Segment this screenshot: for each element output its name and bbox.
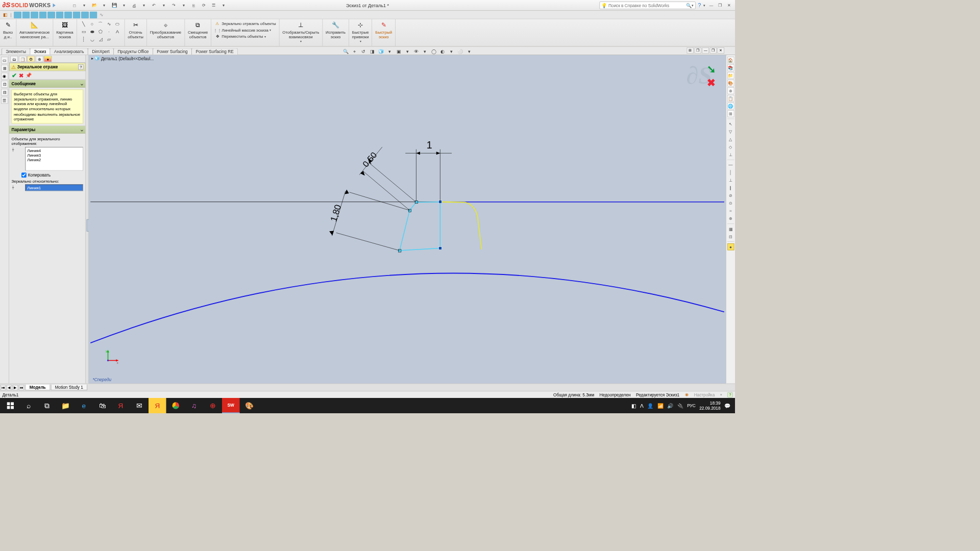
- tab-power-surfacing[interactable]: Power Surfacing: [153, 48, 192, 55]
- left-tool-icon[interactable]: ⊡: [1, 81, 8, 88]
- pm-pushpin-button[interactable]: 📌: [26, 72, 32, 78]
- relation-coincident-icon[interactable]: ⊙: [727, 200, 734, 207]
- filter-icon[interactable]: ◇: [727, 143, 734, 151]
- ribbon-offset[interactable]: ⧉ Смещение объектов: [185, 19, 211, 46]
- feature-boundary-icon[interactable]: [47, 11, 55, 18]
- options-icon[interactable]: ☰: [210, 2, 217, 9]
- pm-copy-checkbox[interactable]: Копировать: [21, 172, 83, 178]
- edge-icon[interactable]: e: [75, 398, 93, 413]
- restore-button[interactable]: ❐: [716, 2, 724, 8]
- snap-icon[interactable]: ⊡: [727, 233, 734, 240]
- ribbon-smart-dimension[interactable]: 📐 Автоматическое нанесение ра...: [16, 19, 53, 46]
- logo-menu-arrow-icon[interactable]: [53, 3, 56, 7]
- action-center-icon[interactable]: 💬: [724, 403, 730, 408]
- fm-tab-render-icon[interactable]: ●: [44, 56, 52, 62]
- task-custom-props-icon[interactable]: 📋: [727, 95, 734, 102]
- pm-help-button[interactable]: ?: [78, 64, 84, 70]
- solidworks-taskbar-icon[interactable]: SW: [222, 398, 240, 413]
- task-view-icon[interactable]: ⧉: [38, 398, 56, 413]
- tab-first-icon[interactable]: ⏮: [1, 385, 6, 390]
- slot-icon[interactable]: ⬬: [88, 28, 96, 35]
- open-icon[interactable]: 📂: [91, 2, 98, 9]
- ribbon-move[interactable]: ✥Переместить объекты▾: [214, 33, 266, 39]
- dropdown-icon[interactable]: ▾: [421, 48, 429, 56]
- dropdown-icon[interactable]: ▾: [141, 2, 148, 9]
- input-language[interactable]: РУС: [687, 404, 696, 408]
- view-orient-icon[interactable]: 🧊: [377, 48, 385, 56]
- relation-tangent-icon[interactable]: ⊘: [727, 192, 734, 199]
- dropdown-icon[interactable]: ▾: [703, 3, 705, 7]
- app-icon[interactable]: ⊕: [204, 398, 222, 413]
- show-hidden-icon[interactable]: ᐱ: [640, 403, 644, 408]
- wifi-icon[interactable]: 📶: [657, 403, 664, 408]
- ribbon-sketch-picture[interactable]: 🖼 Картинка эскиза: [53, 19, 77, 46]
- task-appearances-icon[interactable]: ⊕: [727, 87, 734, 94]
- feature-extrude-icon[interactable]: [14, 11, 21, 18]
- filter-icon[interactable]: △: [727, 136, 734, 143]
- task-forum-icon[interactable]: 🌐: [727, 103, 734, 110]
- start-button[interactable]: [2, 398, 19, 413]
- pm-copy-input[interactable]: [21, 172, 27, 178]
- relation-fix-icon[interactable]: ⊕: [727, 215, 734, 222]
- fm-flyout[interactable]: ▸ 🧊 Деталь1 (Default<<Defaul...: [91, 56, 154, 61]
- model-tab[interactable]: Модель: [26, 385, 50, 390]
- dropdown-icon[interactable]: ▾: [181, 2, 188, 9]
- dimension-value[interactable]: 1,80: [328, 203, 343, 222]
- task-design-library-icon[interactable]: 📚: [727, 64, 734, 71]
- fm-tab-tree-icon[interactable]: 🗂: [10, 56, 18, 62]
- relation-vertical-icon[interactable]: │: [727, 169, 734, 177]
- fm-tab-prop-icon[interactable]: 📋: [19, 56, 27, 62]
- centerline-icon[interactable]: ┊: [80, 36, 87, 43]
- scene-icon[interactable]: ◐: [439, 48, 447, 56]
- file-explorer-icon[interactable]: 📁: [57, 398, 75, 413]
- status-help-icon[interactable]: ?: [727, 392, 733, 397]
- macro-record-icon[interactable]: ●: [727, 243, 734, 251]
- feature-cut-extrude-icon[interactable]: [56, 11, 63, 18]
- plane-icon[interactable]: ▱: [105, 36, 113, 43]
- rectangle-icon[interactable]: ▭: [80, 28, 87, 35]
- ribbon-exit-sketch[interactable]: ✎ Выхо д и..: [0, 19, 16, 46]
- rebuild-icon[interactable]: ⟳: [201, 2, 208, 9]
- ribbon-quick-sketch[interactable]: ✎ Быстрый эскиз: [372, 19, 396, 46]
- search-icon[interactable]: 🔍: [686, 3, 692, 8]
- list-item[interactable]: Линия2: [27, 157, 81, 162]
- status-customize[interactable]: Настройка: [694, 392, 715, 397]
- feature-sweep-icon[interactable]: [31, 11, 38, 18]
- pm-cancel-button[interactable]: ✖: [19, 72, 23, 78]
- collapse-icon[interactable]: ⌵: [81, 127, 83, 132]
- point-icon[interactable]: ·: [105, 28, 113, 35]
- prev-view-icon[interactable]: ↺: [359, 48, 367, 56]
- help-search[interactable]: 💡 🔍 ▾: [600, 2, 696, 9]
- mdi-tile-icon[interactable]: ⊞: [687, 47, 694, 54]
- left-tool-icon[interactable]: ☰: [1, 97, 8, 104]
- graphics-area[interactable]: ∂S ▸ 🧊 Деталь1 (Default<<Defaul... 🔍 ⌖ ↺…: [89, 55, 726, 384]
- print-icon[interactable]: 🖨: [131, 2, 138, 9]
- dropdown-icon[interactable]: ▾: [448, 48, 455, 56]
- battery-icon[interactable]: 🔌: [677, 403, 683, 408]
- dimension-value[interactable]: 0,50: [361, 150, 379, 169]
- dropdown-icon[interactable]: ▾: [692, 3, 694, 7]
- relation-perpendicular-icon[interactable]: ⊥: [727, 177, 734, 184]
- save-icon[interactable]: 💾: [111, 2, 118, 9]
- sketch-ok-button[interactable]: ➘: [707, 63, 716, 76]
- ribbon-repair[interactable]: 🔧 Исправить эскиз: [323, 19, 349, 46]
- help-search-input[interactable]: [608, 3, 685, 8]
- tray-clock[interactable]: 18:39 22.09.2018: [699, 401, 720, 411]
- mdi-close-button[interactable]: ✕: [718, 47, 725, 54]
- mail-icon[interactable]: ✉: [130, 398, 148, 413]
- tab-evaluate[interactable]: Анализировать: [50, 48, 88, 55]
- itunes-icon[interactable]: ♫: [185, 398, 203, 413]
- tab-power-surfacing-re[interactable]: Power Surfacing RE: [191, 48, 238, 55]
- motion-study-tab[interactable]: Motion Study 1: [51, 385, 87, 390]
- task-resources-icon[interactable]: 🏠: [727, 57, 734, 64]
- relation-equal-icon[interactable]: =: [727, 208, 734, 215]
- feature-fillet-icon[interactable]: [81, 11, 89, 18]
- help-icon[interactable]: ?: [698, 2, 701, 8]
- section-view-icon[interactable]: ◨: [369, 48, 376, 56]
- yandex-icon[interactable]: Я: [112, 398, 130, 413]
- dimension-value[interactable]: 1: [427, 139, 432, 151]
- display-style-icon[interactable]: ▣: [395, 48, 402, 56]
- feature-pattern-icon[interactable]: [89, 11, 97, 18]
- polygon-icon[interactable]: ⬠: [96, 28, 104, 35]
- dropdown-icon[interactable]: ▾: [161, 2, 168, 9]
